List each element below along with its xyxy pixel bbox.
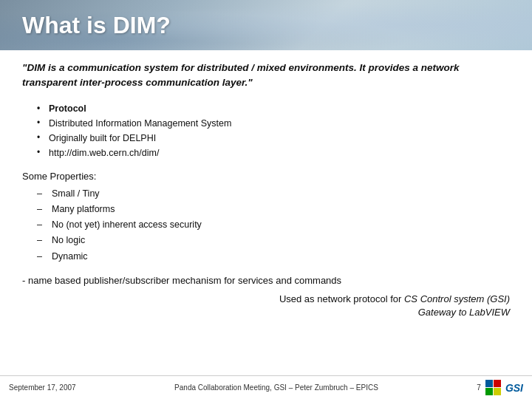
properties-list: Small / Tiny Many platforms No (not yet)… — [37, 186, 510, 265]
property-item-5: Dynamic — [37, 249, 510, 265]
properties-title: Some Properties: — [22, 171, 510, 182]
network-protocol-text: Used as network protocol for CS Control … — [279, 293, 510, 304]
bullet-item-3: Originally built for DELPHI — [37, 131, 510, 146]
bullet-item-2: Distributed Information Management Syste… — [37, 116, 510, 131]
cs-control-text: CS Control system (GSI) — [404, 293, 510, 304]
footer-page: 7 — [477, 383, 481, 392]
publisher-line: - name based publisher/subscriber mechan… — [22, 275, 510, 286]
property-item-1: Small / Tiny — [37, 186, 510, 202]
square-green — [485, 388, 493, 395]
footer-date: September 17, 2007 — [9, 383, 76, 392]
color-squares — [485, 380, 501, 395]
square-blue — [485, 380, 493, 387]
square-red — [494, 380, 501, 387]
footer-right: 7 GSI — [477, 380, 523, 395]
property-item-4: No logic — [37, 233, 510, 248]
network-protocol-line: Used as network protocol for CS Control … — [22, 293, 510, 304]
slide-header: What is DIM? — [0, 0, 532, 50]
gateway-text: Gateway to LabVIEW — [418, 307, 510, 318]
property-item-2: Many platforms — [37, 202, 510, 217]
gsi-logo: GSI — [485, 380, 523, 395]
bullet-item-1: Protocol — [37, 101, 510, 116]
logo-row-top — [485, 380, 501, 387]
footer-center: Panda Collaboration Meeting, GSI – Peter… — [76, 383, 477, 392]
slide-title: What is DIM? — [22, 12, 171, 39]
intro-paragraph: "DIM is a communication system for distr… — [22, 61, 510, 91]
bullet-item-4: http://dim.web.cern.ch/dim/ — [37, 146, 510, 160]
property-item-3: No (not yet) inherent access security — [37, 217, 510, 233]
square-yellow — [494, 388, 501, 395]
slide-footer: September 17, 2007 Panda Collaboration M… — [0, 375, 532, 399]
gsi-label: GSI — [505, 382, 523, 394]
logo-row-bottom — [485, 388, 501, 395]
slide-content: "DIM is a communication system for distr… — [0, 50, 532, 327]
gateway-line: Gateway to LabVIEW — [22, 307, 510, 318]
bullet-list: Protocol Distributed Information Managem… — [37, 101, 510, 160]
